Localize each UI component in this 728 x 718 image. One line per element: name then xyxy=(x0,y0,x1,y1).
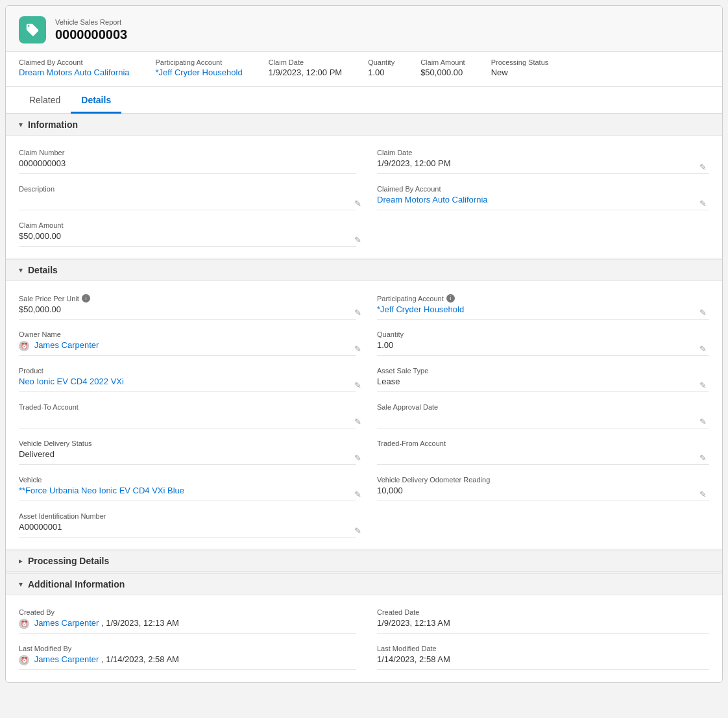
created-by-date: , 1/9/2023, 12:13 AM xyxy=(101,618,179,628)
information-section: ▾ Information Claim Number 0000000003 Cl… xyxy=(6,114,722,258)
processing-section-title: Processing Details xyxy=(28,556,109,566)
claim-amount-value: $50,000.00 xyxy=(19,231,356,247)
traded-to-value xyxy=(19,413,356,428)
claim-amount-edit-icon[interactable]: ✎ xyxy=(354,235,361,245)
claim-number-value: 0000000003 xyxy=(19,158,356,174)
content-area: ▾ Information Claim Number 0000000003 Cl… xyxy=(6,114,722,681)
processing-section-header[interactable]: ▸ Processing Details xyxy=(6,550,722,572)
traded-to-edit-icon[interactable]: ✎ xyxy=(354,417,361,427)
vehicle-edit-icon[interactable]: ✎ xyxy=(354,489,361,499)
product-edit-icon[interactable]: ✎ xyxy=(354,380,361,390)
summary-claim-date: Claim Date 1/9/2023, 12:00 PM xyxy=(269,58,342,77)
summary-claim-amount-label: Claim Amount xyxy=(420,58,465,66)
summary-claim-date-label: Claim Date xyxy=(269,58,342,66)
asset-identification-edit-icon[interactable]: ✎ xyxy=(354,526,361,536)
last-modified-by-avatar-icon: ⏰ xyxy=(19,655,29,665)
claimed-by-account-field: Claimed By Account Dream Motors Auto Cal… xyxy=(364,180,709,216)
additional-information-section: ▾ Additional Information Created By ⏰ Ja… xyxy=(6,573,722,681)
product-link[interactable]: Neo Ionic EV CD4 2022 VXi xyxy=(19,377,124,386)
additional-information-body: Created By ⏰ James Carpenter , 1/9/2023,… xyxy=(6,595,722,681)
traded-to-field: Traded-To Account ✎ xyxy=(19,398,364,434)
information-section-header[interactable]: ▾ Information xyxy=(6,114,722,136)
tab-related[interactable]: Related xyxy=(19,87,71,114)
summary-processing-status-value: New xyxy=(491,68,549,77)
claim-date-edit-icon[interactable]: ✎ xyxy=(699,162,707,172)
last-modified-by-date: , 1/14/2023, 2:58 AM xyxy=(101,654,179,664)
claim-number-field: Claim Number 0000000003 xyxy=(19,143,364,180)
vehicle-delivery-status-label: Vehicle Delivery Status xyxy=(19,439,356,447)
description-edit-icon[interactable]: ✎ xyxy=(354,199,361,208)
claim-date-value: 1/9/2023, 12:00 PM xyxy=(377,158,709,174)
summary-participating-value: *Jeff Cryder Household xyxy=(156,68,243,77)
record-page: Vehicle Sales Report 0000000003 Claimed … xyxy=(5,5,723,683)
asset-sale-type-edit-icon[interactable]: ✎ xyxy=(699,380,707,390)
last-modified-by-link[interactable]: James Carpenter xyxy=(34,654,99,664)
record-title-block: Vehicle Sales Report 0000000003 xyxy=(55,18,127,42)
last-modified-date-label: Last Modified Date xyxy=(377,645,709,652)
vehicle-value: **Force Urbania Neo Ionic EV CD4 VXi Blu… xyxy=(19,486,356,501)
claimed-by-link[interactable]: Dream Motors Auto California xyxy=(19,68,130,77)
record-header: Vehicle Sales Report 0000000003 xyxy=(6,6,722,52)
owner-name-link[interactable]: James Carpenter xyxy=(34,340,99,350)
quantity-label: Quantity xyxy=(377,330,709,338)
claim-date-label: Claim Date xyxy=(377,149,709,156)
summary-quantity: Quantity 1.00 xyxy=(368,58,394,77)
asset-identification-label: Asset Identification Number xyxy=(19,512,356,520)
created-date-field: Created Date 1/9/2023, 12:13 AM xyxy=(364,603,709,639)
participating-account-edit-icon[interactable]: ✎ xyxy=(699,308,707,317)
claim-amount-field: Claim Amount $50,000.00 ✎ xyxy=(19,216,364,253)
details-section-title: Details xyxy=(28,265,58,275)
quantity-edit-icon[interactable]: ✎ xyxy=(699,344,707,354)
participating-account-value: *Jeff Cryder Household xyxy=(377,304,709,320)
summary-claimed-by-value: Dream Motors Auto California xyxy=(19,68,130,77)
vehicle-link[interactable]: **Force Urbania Neo Ionic EV CD4 VXi Blu… xyxy=(19,486,184,495)
vehicle-delivery-odometer-field: Vehicle Delivery Odometer Reading 10,000… xyxy=(364,471,709,507)
vehicle-delivery-odometer-edit-icon[interactable]: ✎ xyxy=(699,489,707,499)
participating-account-link[interactable]: *Jeff Cryder Household xyxy=(377,304,464,314)
last-modified-by-value: ⏰ James Carpenter , 1/14/2023, 2:58 AM xyxy=(19,654,356,670)
tag-icon xyxy=(25,23,40,37)
owner-name-field: Owner Name ⏰ James Carpenter ✎ xyxy=(19,325,364,362)
created-by-field: Created By ⏰ James Carpenter , 1/9/2023,… xyxy=(19,603,364,639)
participating-account-info-icon[interactable]: i xyxy=(446,294,455,303)
vehicle-delivery-status-edit-icon[interactable]: ✎ xyxy=(354,453,361,463)
summary-claimed-by-label: Claimed By Account xyxy=(19,58,130,66)
quantity-field: Quantity 1.00 ✎ xyxy=(364,325,709,362)
last-modified-date-field: Last Modified Date 1/14/2023, 2:58 AM xyxy=(364,639,709,676)
record-icon xyxy=(19,16,46,43)
record-title: 0000000003 xyxy=(55,27,127,42)
product-field: Product Neo Ionic EV CD4 2022 VXi ✎ xyxy=(19,362,364,398)
vehicle-delivery-status-value: Delivered xyxy=(19,449,356,465)
claimed-by-edit-icon[interactable]: ✎ xyxy=(699,199,707,208)
sale-approval-date-edit-icon[interactable]: ✎ xyxy=(699,417,707,427)
traded-from-label: Traded-From Account xyxy=(377,439,709,447)
summary-bar: Claimed By Account Dream Motors Auto Cal… xyxy=(6,52,722,87)
record-subtitle: Vehicle Sales Report xyxy=(55,18,127,26)
participating-link[interactable]: *Jeff Cryder Household xyxy=(156,68,243,77)
summary-claim-amount: Claim Amount $50,000.00 xyxy=(420,58,465,77)
claim-date-field: Claim Date 1/9/2023, 12:00 PM ✎ xyxy=(364,143,709,180)
description-field: Description ✎ xyxy=(19,180,364,216)
sale-price-edit-icon[interactable]: ✎ xyxy=(354,308,361,317)
details-section-header[interactable]: ▾ Details xyxy=(6,259,722,281)
details-section-body: Sale Price Per Unit i $50,000.00 ✎ Parti… xyxy=(6,281,722,549)
created-by-value: ⏰ James Carpenter , 1/9/2023, 12:13 AM xyxy=(19,618,356,634)
traded-from-edit-icon[interactable]: ✎ xyxy=(699,453,707,463)
sale-approval-date-label: Sale Approval Date xyxy=(377,403,709,411)
owner-name-edit-icon[interactable]: ✎ xyxy=(354,344,361,354)
created-by-link[interactable]: James Carpenter xyxy=(34,618,99,628)
empty-field-2 xyxy=(364,507,709,543)
additional-information-section-header[interactable]: ▾ Additional Information xyxy=(6,573,722,595)
traded-from-value xyxy=(377,449,709,465)
claimed-by-account-link[interactable]: Dream Motors Auto California xyxy=(377,195,488,204)
created-by-label: Created By xyxy=(19,608,356,616)
tab-details[interactable]: Details xyxy=(71,87,121,114)
additional-information-section-title: Additional Information xyxy=(28,579,125,589)
summary-processing-status: Processing Status New xyxy=(491,58,549,77)
vehicle-label: Vehicle xyxy=(19,476,356,484)
vehicle-delivery-status-field: Vehicle Delivery Status Delivered ✎ xyxy=(19,434,364,471)
sale-price-info-icon[interactable]: i xyxy=(82,294,90,303)
vehicle-delivery-odometer-label: Vehicle Delivery Odometer Reading xyxy=(377,476,709,484)
product-value: Neo Ionic EV CD4 2022 VXi xyxy=(19,377,356,392)
asset-sale-type-label: Asset Sale Type xyxy=(377,367,709,375)
